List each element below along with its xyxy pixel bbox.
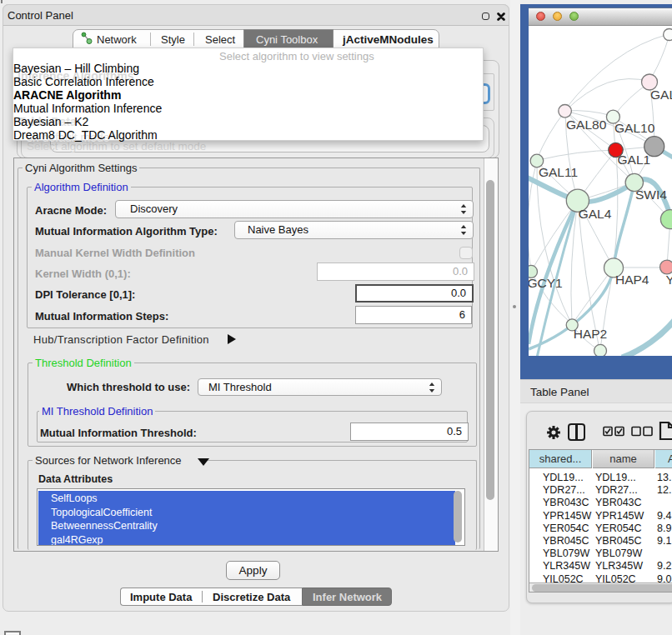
- svg-text:GAL1: GAL1: [618, 152, 651, 167]
- svg-text:HAP4: HAP4: [615, 272, 649, 287]
- svg-text:GAL4: GAL4: [579, 207, 612, 221]
- svg-text:GCY1: GCY1: [529, 276, 563, 290]
- svg-text:GAL80: GAL80: [566, 118, 607, 132]
- svg-text:YD: YD: [665, 272, 672, 287]
- svg-text:GAL7: GAL7: [650, 88, 672, 102]
- svg-text:GAL11: GAL11: [539, 165, 578, 179]
- svg-text:HAP2: HAP2: [574, 327, 608, 341]
- svg-text:GAL10: GAL10: [614, 121, 655, 135]
- svg-text:SWI4: SWI4: [635, 188, 667, 202]
